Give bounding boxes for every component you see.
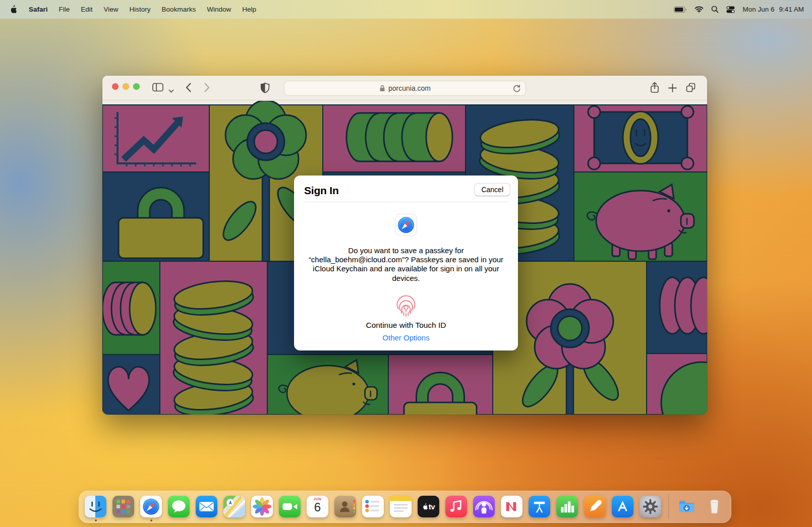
menu-item-safari[interactable]: Safari	[23, 6, 53, 13]
dock-trash[interactable]	[704, 496, 725, 517]
reload-icon[interactable]	[512, 84, 521, 94]
tv-label: tv	[429, 502, 435, 511]
dock: JUN 6 tv	[79, 491, 731, 523]
coin-roll-maroon-illustration	[102, 282, 156, 335]
running-indicator	[150, 519, 152, 521]
menu-item-history[interactable]: History	[124, 6, 156, 13]
dock-tv[interactable]: tv	[418, 496, 439, 517]
dock-downloads[interactable]	[676, 496, 698, 517]
menu-time: 9:41 AM	[779, 6, 804, 13]
close-window-button[interactable]	[112, 83, 119, 90]
dock-keynote[interactable]	[529, 496, 550, 517]
url-text: porcunia.com	[388, 84, 431, 92]
wifi-icon[interactable]	[694, 6, 704, 13]
sidebar-toggle-button[interactable]	[152, 83, 163, 94]
control-center-icon[interactable]	[726, 6, 735, 13]
running-indicator	[95, 519, 97, 521]
other-options-link[interactable]: Other Options	[294, 333, 518, 342]
dock-photos[interactable]	[251, 496, 273, 517]
dock-safari[interactable]	[140, 496, 162, 517]
dialog-divider	[303, 202, 509, 202]
touch-id-fingerprint-icon	[394, 292, 418, 317]
tab-overview-button[interactable]	[685, 82, 696, 95]
menu-item-file[interactable]: File	[53, 6, 76, 13]
dialog-body-text: Do you want to save a passkey for “chell…	[304, 246, 508, 283]
dock-pages[interactable]	[584, 496, 606, 517]
apple-icon	[10, 5, 17, 14]
dialog-title: Sign In	[304, 185, 339, 197]
spotlight-search-icon[interactable]	[711, 6, 719, 13]
passkey-dialog: Sign In Cancel Do you want to save a pas…	[294, 175, 518, 350]
privacy-shield-icon[interactable]	[260, 82, 270, 95]
dock-contacts[interactable]	[334, 496, 356, 517]
dock-podcasts[interactable]	[473, 496, 495, 517]
sidebar-chevron-down-icon[interactable]	[168, 86, 174, 95]
continue-with-touch-id-label: Continue with Touch ID	[294, 321, 518, 330]
dock-messages[interactable]	[168, 496, 190, 517]
desktop: Safari File Edit View History Bookmarks …	[0, 0, 812, 527]
banknote-illustration	[588, 106, 693, 169]
dock-maps[interactable]	[223, 496, 245, 517]
share-button[interactable]	[650, 82, 660, 96]
dock-facetime[interactable]	[279, 496, 301, 517]
dock-news[interactable]	[501, 496, 523, 517]
dock-music[interactable]	[445, 496, 467, 517]
menu-item-edit[interactable]: Edit	[75, 6, 98, 13]
dock-calendar[interactable]: JUN 6	[307, 496, 328, 517]
cancel-button[interactable]: Cancel	[475, 184, 510, 196]
dock-divider	[668, 495, 669, 519]
address-bar[interactable]: porcunia.com	[284, 81, 526, 96]
apple-menu[interactable]	[0, 5, 23, 14]
back-button[interactable]	[185, 82, 192, 95]
dock-launchpad[interactable]	[112, 496, 134, 517]
menu-date: Mon Jun 6	[742, 6, 774, 13]
dock-app-store[interactable]	[612, 496, 633, 517]
menu-item-help[interactable]: Help	[237, 6, 262, 13]
dock-finder[interactable]	[85, 496, 106, 517]
coin-roll-maroon-illustration	[660, 277, 707, 334]
safari-app-icon	[395, 214, 417, 236]
dock-system-settings[interactable]	[640, 496, 661, 517]
forward-button[interactable]	[204, 82, 210, 95]
menu-item-window[interactable]: Window	[201, 6, 237, 13]
menu-bar: Safari File Edit View History Bookmarks …	[0, 0, 812, 19]
dock-notes[interactable]	[390, 496, 412, 517]
calendar-day-label: 6	[307, 500, 328, 514]
menu-item-view[interactable]: View	[98, 6, 124, 13]
menu-clock[interactable]: Mon Jun 6 9:41 AM	[742, 6, 804, 13]
minimize-window-button[interactable]	[123, 83, 129, 90]
new-tab-button[interactable]	[668, 84, 677, 94]
dock-mail[interactable]	[196, 496, 217, 517]
zoom-window-button[interactable]	[133, 83, 140, 90]
lock-icon	[379, 85, 385, 92]
coin-roll-green-illustration	[346, 113, 452, 161]
coin-spring-illustration	[172, 277, 255, 415]
menu-item-bookmarks[interactable]: Bookmarks	[156, 6, 202, 13]
dock-numbers[interactable]	[556, 496, 578, 517]
dock-reminders[interactable]	[362, 496, 384, 517]
browser-toolbar: porcunia.com	[102, 76, 707, 100]
battery-icon[interactable]	[674, 7, 687, 13]
